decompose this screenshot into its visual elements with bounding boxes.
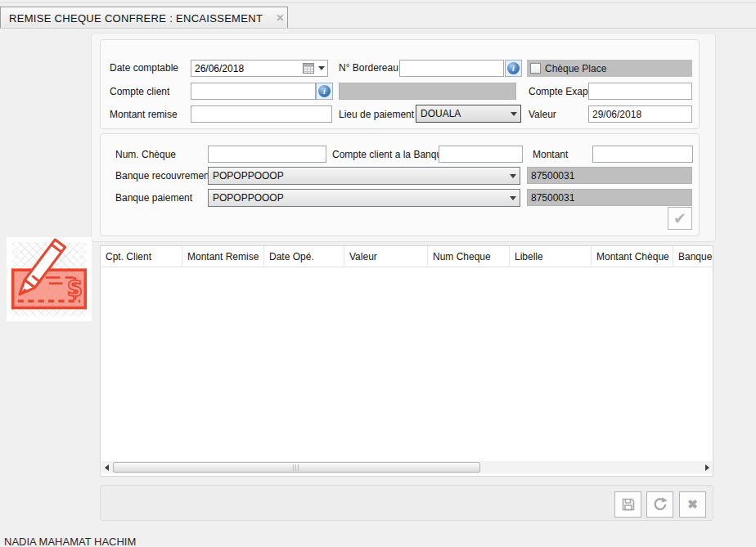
valeur-input[interactable]: [588, 105, 692, 123]
cheque-illustration-card: $: [7, 237, 92, 321]
table-header-row: Cpt. Client Montant Remise Date Opé. Val…: [101, 246, 713, 267]
compte-client-libelle-display: [339, 83, 516, 100]
n-bordereau-label: N° Bordereau: [339, 62, 398, 74]
save-button[interactable]: [614, 491, 641, 518]
banque-recouvrement-label: Banque recouvrement: [115, 170, 212, 182]
tab-title: REMISE CHEQUE CONFRERE : ENCAISSEMENT: [9, 12, 263, 25]
groupbox-cheque-details: Num. Chèque Compte client a la Banque Mo…: [100, 133, 700, 236]
scroll-left-button[interactable]: [101, 461, 111, 473]
banque-paiement-combobox[interactable]: POPOPPOOOP: [208, 189, 520, 207]
groupbox-remise-header: Date comptable N° Bordereau i Chèque Pla…: [100, 39, 700, 129]
app-window: REMISE CHEQUE CONFRERE : ENCAISSEMENT ✕ …: [0, 0, 756, 547]
banque-paiement-value: POPOPPOOOP: [213, 192, 506, 204]
column-header-libelle[interactable]: Libelle: [510, 246, 592, 267]
lieu-paiement-combobox[interactable]: DOUALA: [416, 105, 521, 123]
window-top-divider: [0, 2, 756, 3]
tabstrip-divider: [0, 28, 756, 29]
banque-recouvrement-value: POPOPPOOOP: [213, 170, 506, 182]
banque-recouvrement-code-display: 87500031: [527, 167, 692, 184]
montant-label: Montant: [533, 149, 568, 160]
num-cheque-input[interactable]: [208, 146, 326, 163]
tab-close-icon[interactable]: ✕: [276, 12, 284, 24]
date-comptable-field[interactable]: [191, 60, 328, 77]
cheque-place-label: Chèque Place: [545, 63, 606, 74]
close-button[interactable]: ✖: [679, 491, 706, 518]
compte-client-label: Compte client: [110, 86, 169, 97]
tab-remise-cheque-encaissement[interactable]: REMISE CHEQUE CONFRERE : ENCAISSEMENT ✕: [0, 7, 288, 29]
montant-input[interactable]: [592, 146, 693, 163]
svg-text:$: $: [67, 275, 83, 302]
valeur-label: Valeur: [529, 109, 556, 120]
compte-exape-label: Compte Exape: [529, 86, 593, 97]
montant-remise-label: Montant remise: [110, 109, 178, 120]
date-dropdown-arrow-icon[interactable]: [318, 66, 325, 70]
column-header-valeur[interactable]: Valeur: [344, 246, 428, 267]
combo-dropdown-button[interactable]: [506, 190, 520, 206]
compte-client-info-button[interactable]: i: [316, 83, 333, 100]
calendar-icon[interactable]: [303, 63, 314, 74]
montant-remise-input[interactable]: [191, 105, 332, 123]
triangle-right-icon: [705, 464, 709, 471]
column-header-montant-remise[interactable]: Montant Remise: [182, 246, 264, 267]
info-icon: i: [318, 85, 331, 97]
compte-client-banque-label: Compte client a la Banque: [332, 149, 448, 160]
action-button-panel: ✖: [100, 485, 713, 521]
scrollbar-track[interactable]: [111, 461, 702, 473]
n-bordereau-input[interactable]: [399, 60, 504, 77]
banque-paiement-label: Banque paiement: [115, 192, 192, 204]
compte-client-banque-input[interactable]: [439, 146, 523, 163]
column-header-date-ope[interactable]: Date Opé.: [264, 246, 344, 267]
chevron-down-icon: [510, 196, 516, 200]
cheque-place-banner: Chèque Place: [527, 60, 692, 77]
refresh-button[interactable]: [646, 491, 673, 518]
banque-paiement-code-display: 87500031: [527, 189, 692, 206]
lieu-paiement-label: Lieu de paiement: [339, 109, 414, 120]
combo-dropdown-button[interactable]: [506, 168, 520, 184]
info-icon: i: [507, 62, 520, 74]
check-icon: ✔: [673, 209, 686, 228]
cheque-pen-icon: $: [7, 237, 92, 321]
column-header-num-cheque[interactable]: Num Cheque: [428, 246, 510, 267]
num-cheque-label: Num. Chèque: [115, 149, 176, 160]
date-comptable-label: Date comptable: [110, 62, 178, 74]
remise-cheques-table: Cpt. Client Montant Remise Date Opé. Val…: [100, 245, 713, 477]
horizontal-scrollbar[interactable]: [101, 461, 712, 473]
cheque-place-checkbox[interactable]: [530, 63, 541, 74]
save-floppy-icon: [620, 496, 637, 513]
compte-client-input[interactable]: [191, 83, 316, 100]
grip-icon: [293, 464, 300, 471]
banque-recouvrement-combobox[interactable]: POPOPPOOOP: [208, 167, 520, 185]
validate-cheque-button[interactable]: ✔: [668, 207, 692, 230]
bordereau-info-button[interactable]: i: [505, 60, 522, 77]
close-x-icon: ✖: [687, 497, 698, 512]
date-comptable-input[interactable]: [191, 61, 303, 75]
compte-exape-input[interactable]: [588, 83, 692, 100]
lieu-paiement-value: DOUALA: [421, 108, 507, 119]
logged-in-user-name: NADIA MAHAMAT HACHIM: [4, 536, 136, 547]
scrollbar-thumb[interactable]: [113, 462, 480, 473]
column-header-cpt-client[interactable]: Cpt. Client: [101, 246, 182, 267]
column-header-montant-cheque[interactable]: Montant Chèque: [592, 246, 673, 267]
triangle-left-icon: [105, 464, 109, 471]
scroll-right-button[interactable]: [702, 461, 712, 473]
chevron-down-icon: [510, 174, 516, 178]
refresh-icon: [652, 496, 668, 513]
chevron-down-icon: [511, 112, 517, 116]
combo-dropdown-button[interactable]: [507, 105, 520, 122]
column-header-banque-paiement[interactable]: Banque p: [673, 246, 713, 267]
